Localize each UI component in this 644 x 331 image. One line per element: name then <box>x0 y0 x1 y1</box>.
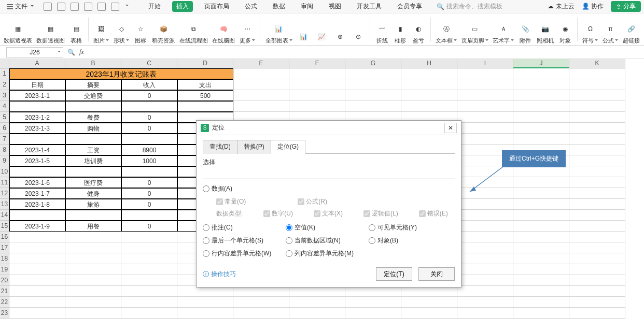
cell-D3[interactable]: 500 <box>177 90 233 101</box>
ribbon-盈亏[interactable]: ◐盈亏 <box>410 16 427 45</box>
cell-K20[interactable] <box>569 275 625 286</box>
cell-C15[interactable]: 0 <box>121 221 177 232</box>
cell-A21[interactable] <box>9 286 65 297</box>
cell-A15[interactable]: 2023-1-9 <box>9 221 65 232</box>
cell-K23[interactable] <box>569 308 625 319</box>
cell-C11[interactable]: 0 <box>121 177 177 188</box>
radio-data[interactable]: 数据(A) <box>203 184 286 193</box>
cell-J22[interactable] <box>513 297 569 308</box>
col-header-K[interactable]: K <box>569 59 625 68</box>
row-header-23[interactable]: 23 <box>0 308 9 319</box>
radio-object[interactable]: 对象(B) <box>369 236 452 245</box>
cell-B13[interactable]: 旅游 <box>65 199 121 210</box>
ribbon-tab-6[interactable]: 视图 <box>325 1 345 12</box>
radio-comment[interactable]: 批注(C) <box>203 223 286 232</box>
cell-D21[interactable] <box>177 286 233 297</box>
cell-H2[interactable] <box>401 79 457 90</box>
cell-B22[interactable] <box>65 297 121 308</box>
ribbon-对象[interactable]: ◉对象 <box>557 16 574 45</box>
cell-G21[interactable] <box>345 286 401 297</box>
row-header-15[interactable]: 15 <box>0 221 9 232</box>
cell-G1[interactable] <box>345 68 401 79</box>
cell-K7[interactable] <box>569 134 625 145</box>
cell-B5[interactable]: 餐费 <box>65 112 121 123</box>
cell-I4[interactable] <box>457 101 513 112</box>
cell-A6[interactable]: 2023-1-3 <box>9 123 65 134</box>
cell-F1[interactable] <box>289 68 345 79</box>
cell-C3[interactable]: 0 <box>121 90 177 101</box>
row-header-11[interactable]: 11 <box>0 177 9 188</box>
cell-C22[interactable] <box>121 297 177 308</box>
row-header-22[interactable]: 22 <box>0 297 9 308</box>
cloud-status[interactable]: ☁ 未上云 <box>548 2 574 11</box>
cell-K15[interactable] <box>569 221 625 232</box>
row-header-20[interactable]: 20 <box>0 275 9 286</box>
ribbon-更多[interactable]: ⋯更多 <box>237 16 257 45</box>
collab-button[interactable]: 👤 协作 <box>582 2 604 11</box>
cell-F22[interactable] <box>289 297 345 308</box>
cell-C21[interactable] <box>121 286 177 297</box>
col-header-C[interactable]: C <box>121 59 177 68</box>
cell-K9[interactable] <box>569 155 625 166</box>
row-header-17[interactable]: 17 <box>0 242 9 253</box>
cell-J14[interactable] <box>513 210 569 221</box>
zoom-out-icon[interactable]: 🔍 <box>67 49 75 56</box>
cell-F2[interactable] <box>289 79 345 90</box>
cell-A14[interactable] <box>9 210 65 221</box>
cell-B16[interactable] <box>65 232 121 242</box>
cell-D23[interactable] <box>177 308 233 319</box>
ribbon-稻壳资源[interactable]: 📦稻壳资源 <box>150 16 177 45</box>
row-header-12[interactable]: 12 <box>0 188 9 199</box>
cell-H4[interactable] <box>401 101 457 112</box>
cell-B4[interactable] <box>65 101 121 112</box>
cell-I22[interactable] <box>457 297 513 308</box>
cell-K16[interactable] <box>569 232 625 242</box>
cell-K4[interactable] <box>569 101 625 112</box>
cell-B10[interactable] <box>65 166 121 177</box>
ribbon-公式[interactable]: π公式 <box>601 16 620 45</box>
cell-E1[interactable] <box>233 68 289 79</box>
chk-number[interactable]: 数字(U) <box>263 209 293 218</box>
cell-C14[interactable] <box>121 210 177 221</box>
row-header-5[interactable]: 5 <box>0 112 9 123</box>
cell-A18[interactable] <box>9 253 65 264</box>
cell-I7[interactable] <box>457 134 513 145</box>
cell-I2[interactable] <box>457 79 513 90</box>
cell-A17[interactable] <box>9 242 65 253</box>
cell-J1[interactable] <box>513 68 569 79</box>
cell-C9[interactable]: 1000 <box>121 155 177 166</box>
col-header-A[interactable]: A <box>9 59 65 68</box>
save-icon[interactable] <box>44 3 52 11</box>
ribbon-在线流程图[interactable]: ⧉在线流程图 <box>178 16 209 45</box>
chk-formula[interactable]: 公式(R) <box>298 197 327 206</box>
cell-H23[interactable] <box>401 308 457 319</box>
cell-C10[interactable] <box>121 166 177 177</box>
cell-H21[interactable] <box>401 286 457 297</box>
qat-more-icon[interactable] <box>124 3 129 11</box>
col-header-J[interactable]: J <box>513 59 569 68</box>
cell-B9[interactable]: 培训费 <box>65 155 121 166</box>
cell-C23[interactable] <box>121 308 177 319</box>
ribbon-页眉页脚[interactable]: ▭页眉页脚 <box>460 16 490 45</box>
ribbon-在线脑图[interactable]: 🧠在线脑图 <box>211 16 237 45</box>
select-all-corner[interactable] <box>0 59 9 68</box>
chk-text[interactable]: 文本(X) <box>314 209 343 218</box>
cell-K18[interactable] <box>569 253 625 264</box>
file-menu[interactable]: 文件 <box>3 1 37 12</box>
col-header-D[interactable]: D <box>177 59 233 68</box>
cell-E3[interactable] <box>233 90 289 101</box>
cancel-button[interactable]: 关闭 <box>418 267 455 281</box>
cell-B8[interactable]: 工资 <box>65 145 121 155</box>
cell-J5[interactable] <box>513 112 569 123</box>
cell-B15[interactable]: 用餐 <box>65 221 121 232</box>
cell-G22[interactable] <box>345 297 401 308</box>
ribbon-chart-opt-12[interactable]: 📈 <box>313 16 330 45</box>
cell-D22[interactable] <box>177 297 233 308</box>
dialog-titlebar[interactable]: S 定位 ✕ <box>197 121 461 135</box>
cell-F23[interactable] <box>289 308 345 319</box>
cell-J2[interactable] <box>513 79 569 90</box>
cell-J6[interactable] <box>513 123 569 134</box>
cell-G2[interactable] <box>345 79 401 90</box>
cell-J23[interactable] <box>513 308 569 319</box>
ribbon-tab-0[interactable]: 开始 <box>144 1 165 12</box>
